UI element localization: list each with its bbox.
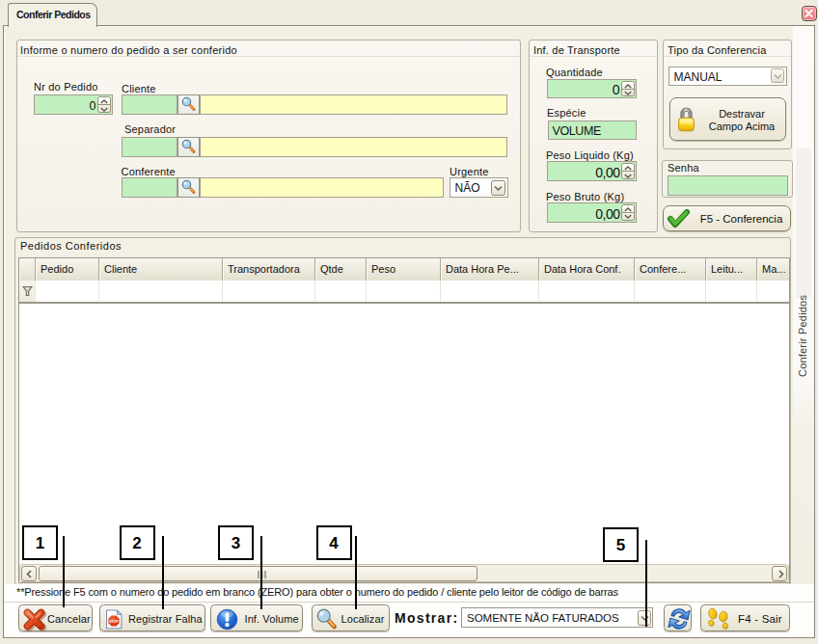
svg-text:STOP: STOP <box>109 619 119 623</box>
